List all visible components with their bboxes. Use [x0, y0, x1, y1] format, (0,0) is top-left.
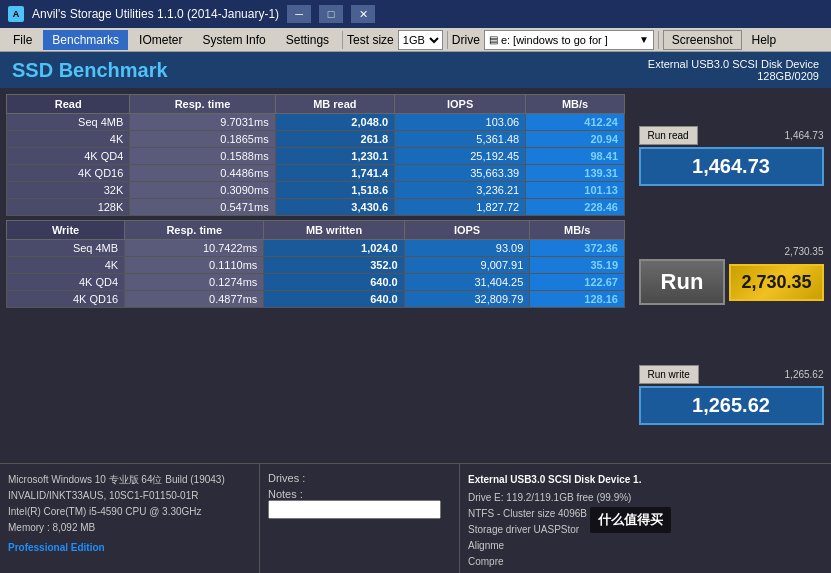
- read-cell-2: 3,430.6: [275, 199, 394, 216]
- sys-info: Microsoft Windows 10 专业版 64位 Build (1904…: [0, 464, 260, 573]
- menu-benchmarks[interactable]: Benchmarks: [43, 30, 128, 50]
- read-header-mbs: MB/s: [526, 95, 625, 114]
- read-cell-3: 5,361.48: [395, 131, 526, 148]
- menu-settings[interactable]: Settings: [277, 30, 338, 50]
- close-button[interactable]: ✕: [351, 5, 375, 23]
- menu-system-info[interactable]: System Info: [193, 30, 274, 50]
- write-cell-4: 35.19: [530, 257, 625, 274]
- write-header-mbs: MB/s: [530, 221, 625, 240]
- drive-e-info: Drive E: 119.2/119.1GB free (99.9%): [468, 490, 823, 506]
- screenshot-button[interactable]: Screenshot: [663, 30, 742, 50]
- notes-input[interactable]: [268, 500, 441, 519]
- separator-1: [342, 31, 343, 49]
- run-main-section: 2,730.35 Run 2,730.35: [639, 246, 824, 305]
- drives-label: Drives :: [268, 472, 305, 484]
- write-cell-1: 0.1110ms: [125, 257, 264, 274]
- write-cell-2: 640.0: [264, 274, 404, 291]
- notes-label: Notes :: [268, 488, 303, 500]
- read-header-col1: Read: [7, 95, 130, 114]
- read-table-row: 32K0.3090ms1,518.63,236.21101.13: [7, 182, 625, 199]
- write-table-row: 4K QD160.4877ms640.032,809.79128.16: [7, 291, 625, 308]
- read-cell-2: 261.8: [275, 131, 394, 148]
- read-cell-2: 2,048.0: [275, 114, 394, 131]
- write-cell-3: 31,404.25: [404, 274, 530, 291]
- read-cell-3: 3,236.21: [395, 182, 526, 199]
- write-cell-2: 352.0: [264, 257, 404, 274]
- write-table-row: 4K0.1110ms352.09,007.9135.19: [7, 257, 625, 274]
- menu-iometer[interactable]: IOmeter: [130, 30, 191, 50]
- read-cell-4: 139.31: [526, 165, 625, 182]
- ntfs-info: NTFS - Cluster size 4096B: [468, 506, 823, 522]
- compress-info: Compre: [468, 554, 823, 570]
- write-cell-1: 10.7422ms: [125, 240, 264, 257]
- bottom-area: Microsoft Windows 10 专业版 64位 Build (1904…: [0, 463, 831, 573]
- read-cell-3: 35,663.39: [395, 165, 526, 182]
- read-cell-4: 101.13: [526, 182, 625, 199]
- device-info: External USB3.0 SCSI Disk Device 1. Driv…: [460, 464, 831, 573]
- storage-driver-info: Storage driver UASPStor: [468, 522, 823, 538]
- read-cell-2: 1,230.1: [275, 148, 394, 165]
- read-cell-0: Seq 4MB: [7, 114, 130, 131]
- menu-help[interactable]: Help: [744, 31, 785, 49]
- maximize-button[interactable]: □: [319, 5, 343, 23]
- os-info: Microsoft Windows 10 专业版 64位 Build (1904…: [8, 472, 251, 488]
- read-table-row: 4K QD40.1588ms1,230.125,192.4598.41: [7, 148, 625, 165]
- separator-2: [447, 31, 448, 49]
- write-header-mb: MB written: [264, 221, 404, 240]
- separator-3: [658, 31, 659, 49]
- menu-file[interactable]: File: [4, 30, 41, 50]
- read-cell-4: 20.94: [526, 131, 625, 148]
- read-cell-4: 412.24: [526, 114, 625, 131]
- test-size-select[interactable]: 1GB: [398, 30, 443, 50]
- write-cell-1: 0.4877ms: [125, 291, 264, 308]
- write-cell-2: 1,024.0: [264, 240, 404, 257]
- read-cell-0: 4K QD4: [7, 148, 130, 165]
- read-cell-3: 103.06: [395, 114, 526, 131]
- read-cell-1: 0.1588ms: [130, 148, 275, 165]
- write-score-small: 1,265.62: [785, 369, 824, 380]
- run-main-button[interactable]: Run: [639, 259, 726, 305]
- right-panel: Run read 1,464.73 1,464.73 2,730.35 Run …: [631, 88, 831, 463]
- read-cell-2: 1,518.6: [275, 182, 394, 199]
- drive-label: Drive: [452, 33, 480, 47]
- write-cell-3: 9,007.91: [404, 257, 530, 274]
- test-size-control: Test size 1GB: [347, 30, 443, 50]
- professional-edition: Professional Edition: [8, 540, 251, 556]
- read-cell-1: 0.5471ms: [130, 199, 275, 216]
- read-score-display: 1,464.73: [639, 147, 824, 186]
- alignment-info: Alignme: [468, 538, 823, 554]
- write-cell-4: 122.67: [530, 274, 625, 291]
- write-header-resp: Resp. time: [125, 221, 264, 240]
- write-cell-0: 4K QD16: [7, 291, 125, 308]
- read-score-small: 1,464.73: [785, 130, 824, 141]
- drive-control: Drive ▤ e: [windows to go for ] ▼: [452, 30, 654, 50]
- write-cell-4: 128.16: [530, 291, 625, 308]
- write-header-col1: Write: [7, 221, 125, 240]
- run-read-button[interactable]: Run read: [639, 126, 698, 145]
- main-content: Read Resp. time MB read IOPS MB/s Seq 4M…: [0, 88, 831, 463]
- read-cell-0: 4K QD16: [7, 165, 130, 182]
- read-cell-4: 228.46: [526, 199, 625, 216]
- device-name: External USB3.0 SCSI Disk Device: [648, 58, 819, 70]
- read-cell-1: 0.4486ms: [130, 165, 275, 182]
- minimize-button[interactable]: ─: [287, 5, 311, 23]
- bench-header: SSD Benchmark External USB3.0 SCSI Disk …: [0, 52, 831, 88]
- read-table-row: 128K0.5471ms3,430.61,827.72228.46: [7, 199, 625, 216]
- main-score-small: 2,730.35: [639, 246, 824, 257]
- write-score-section: Run write 1,265.62 1,265.62: [639, 365, 824, 425]
- read-table-row: 4K QD160.4486ms1,741.435,663.39139.31: [7, 165, 625, 182]
- read-cell-4: 98.41: [526, 148, 625, 165]
- main-score-display: 2,730.35: [729, 264, 823, 301]
- read-header-resp: Resp. time: [130, 95, 275, 114]
- read-cell-2: 1,741.4: [275, 165, 394, 182]
- run-write-button[interactable]: Run write: [639, 365, 699, 384]
- read-table-row: Seq 4MB9.7031ms2,048.0103.06412.24: [7, 114, 625, 131]
- read-header-iops: IOPS: [395, 95, 526, 114]
- write-cell-3: 93.09: [404, 240, 530, 257]
- write-score-display: 1,265.62: [639, 386, 824, 425]
- read-table-row: 4K0.1865ms261.85,361.4820.94: [7, 131, 625, 148]
- drive-selector[interactable]: ▤ e: [windows to go for ] ▼: [484, 30, 654, 50]
- read-cell-0: 4K: [7, 131, 130, 148]
- test-size-label: Test size: [347, 33, 394, 47]
- read-cell-1: 0.1865ms: [130, 131, 275, 148]
